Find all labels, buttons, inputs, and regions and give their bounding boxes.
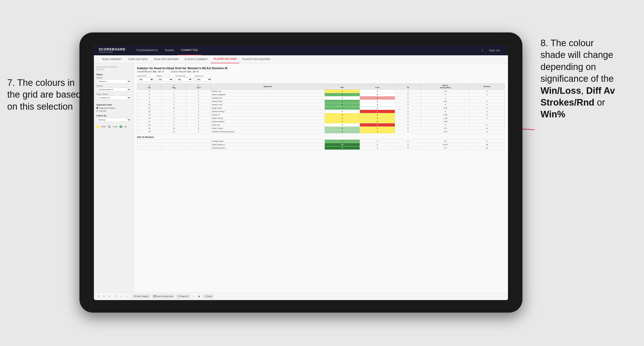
copy-btn[interactable]: 📋 (114, 295, 118, 298)
player-rank-select[interactable]: 8. Katelyn Vo (96, 96, 131, 100)
radio-opponents-played[interactable]: Opponents Played (96, 107, 131, 109)
sub-nav-player-h2h-heatmap[interactable]: PLAYER H2H HEATMAP (239, 55, 273, 63)
tablet-screen: SCOREBOARD Powered by clippd TOURNAMENTS… (94, 45, 508, 300)
table-row: 10 6 3 Andrea York 2 0 0 4 4 (137, 103, 504, 106)
th-win-loss-tie-group (325, 83, 421, 85)
sidebar-player-rank-label: Player (Rank) (96, 93, 131, 95)
division-record: Division Record: 331 - 34 - 6 (171, 70, 198, 73)
logo-area: SCOREBOARD Powered by clippd (99, 47, 126, 53)
watch-icon: 👁 (178, 295, 180, 297)
table-row: 14 7 4 Eunice Yi 2 2 0 0.38 9 (137, 113, 504, 116)
table-row: 15 8 5 Stella Cheng 1 1 0 1.25 4 (137, 116, 504, 120)
filters-row: Opponents: (All) Region (All) Conference (137, 75, 504, 82)
opponent-view-label: Opponent view (96, 104, 131, 106)
nav-pipe: | (482, 49, 483, 52)
nav-item-teams[interactable]: TEAMS (161, 45, 178, 55)
colour-by-select[interactable]: Win/loss (96, 118, 131, 122)
report-records: Overall Record: 353 - 34 - 6 Division Re… (137, 70, 504, 73)
toolbar-divider-1 (130, 294, 130, 298)
table-row: 13 1 1 Jessica Huang 0 1 0 -3 2 (137, 110, 504, 113)
radio-top100[interactable]: Top 100 (96, 110, 131, 112)
gender-select[interactable]: Women's (96, 79, 131, 83)
nav-item-committee[interactable]: COMMITTEE (178, 45, 202, 55)
logo-text: SCOREBOARD (99, 47, 126, 51)
view-icon: 👁 (134, 295, 136, 297)
sidebar-gender-label: Gender (96, 77, 131, 79)
opponents-filter-select[interactable]: (All) (137, 77, 154, 82)
tablet-device: SCOREBOARD Powered by clippd TOURNAMENTS… (80, 32, 522, 313)
overall-record: Overall Record: 353 - 34 - 6 (137, 70, 164, 73)
sub-nav-player-summary[interactable]: PLAYER SUMMARY (182, 55, 211, 63)
sidebar-timestamp: Last Updated: 27/03/2024 16:55:38 (96, 66, 131, 71)
top-nav: SCOREBOARD Powered by clippd TOURNAMENTS… (94, 45, 508, 55)
sign-out-link[interactable]: Sign out (486, 45, 503, 55)
sidebar-division-label: Division (96, 85, 131, 87)
sub-nav-team-h2h-heatmap[interactable]: TEAM H2H HEATMAP (150, 55, 182, 63)
toolbar-icon-2[interactable]: ▦ (197, 295, 201, 298)
watch-chevron: ▼ (186, 295, 188, 297)
th-div: #Div (137, 83, 162, 89)
colour-by-section: Colour by Win/loss (96, 114, 131, 123)
watch-btn[interactable]: 👁 Watch ▼ (176, 295, 190, 298)
th-diff: Diff AvStrokes/Rnd (421, 83, 469, 89)
undo-btn[interactable]: ↺ (97, 295, 100, 298)
table-row: 3 1 1 Esther Lee 1 0 1 1.5 4 (137, 89, 504, 93)
th-win: Win (325, 85, 360, 89)
out-of-division-table: Foreign Team 1 0 0 4.5 2 NAIA Division 1… (137, 140, 504, 150)
th-opponent: Opponent (211, 83, 324, 89)
opponent-view-section: Opponent view Opponents Played Top 100 (96, 104, 131, 112)
logo-sub: Powered by clippd (99, 51, 126, 53)
share-btn[interactable]: ⇧ Share (203, 295, 214, 298)
legend-dot-up (120, 125, 122, 128)
content-area: Last Updated: 27/03/2024 16:55:38 Player… (94, 63, 508, 292)
table-row: 5 2 2 Alexis Sudjianto 1 0 0 4 3 (137, 93, 504, 96)
report-title: Katelyn Vo Head-to-Head Grid for Women's… (137, 66, 504, 70)
table-row: 18 2 2 Euna Lee 0 1 0 -5 2 (137, 123, 504, 127)
save-icon: 💾 (154, 295, 156, 297)
radio-dot-top100 (96, 110, 98, 112)
th-loss: Loss (360, 85, 395, 89)
save-custom-btn[interactable]: 💾 Save Custom View (152, 295, 174, 298)
table-row: 19 10 6 Emily Chang 4 1 0 0.3 11 (137, 127, 504, 130)
colour-by-label: Colour by (96, 114, 131, 117)
sidebar-player-section: Player (96, 73, 131, 76)
th-reg: #Reg (162, 83, 186, 89)
out-of-division-header: Out of division (137, 136, 504, 139)
clock-btn[interactable]: ○ (125, 295, 128, 298)
main-content: Katelyn Vo Head-to-Head Grid for Women's… (134, 63, 508, 292)
opponent-filter-select[interactable]: (All) (195, 77, 212, 82)
table-row: 20 11 7 Federica Domecq Lacroze 2 1 0 1.… (137, 130, 504, 133)
filter-conference: Conference (All) (176, 75, 192, 82)
sub-nav-team-summary[interactable]: TEAM SUMMARY (99, 55, 125, 63)
division-select[interactable]: NCAA Division III (96, 88, 131, 92)
sidebar: Last Updated: 27/03/2024 16:55:38 Player… (94, 63, 134, 292)
share-icon: ⇧ (205, 295, 206, 297)
th-conf: #Conf (186, 83, 211, 89)
nav-right: | Sign out (482, 45, 503, 55)
table-row: 9 1 4 Sharon Mun 1 0 0 3.67 3 (137, 100, 504, 103)
table-row: 16 2 1 Jessica Mason 1 2 0 -0.94 (137, 120, 504, 123)
paste-btn[interactable]: ✄ (120, 295, 123, 298)
bottom-toolbar: ↺ ↻ ↺ 📋 ✄ ○ 👁 View: Original 💾 Save Cust… (94, 292, 508, 300)
sub-nav-player-h2h-grid[interactable]: PLAYER H2H GRID (211, 55, 240, 63)
undo2-btn[interactable]: ↺ (108, 295, 112, 298)
nav-item-tournaments[interactable]: TOURNAMENTS (133, 45, 161, 55)
table-row: 11 11 2 Heejo Hyun 1 0 0 3.33 3 (137, 106, 504, 110)
sub-nav-team-h2h-grid[interactable]: TEAM H2H GRID (125, 55, 150, 63)
region-filter-select[interactable]: (All) (156, 77, 173, 82)
redo-btn[interactable]: ↻ (102, 295, 106, 298)
legend-dot-down (96, 125, 99, 128)
ood-table-row: Foreign Team 1 0 0 4.5 2 (137, 140, 504, 143)
view-original-btn[interactable]: 👁 View: Original (132, 295, 150, 298)
filter-region: Region (All) (156, 75, 173, 82)
annotation-right: 8. The colour shade will change dependin… (540, 37, 637, 121)
filter-opponent: Opponent (All) (195, 75, 212, 82)
radio-dot-opponents (96, 107, 98, 109)
toolbar-icon-1[interactable]: □ (192, 295, 195, 298)
conference-filter-select[interactable]: (All) (176, 77, 192, 82)
th-tie: Tie (395, 85, 421, 89)
legend-row: Down Level Up (96, 125, 131, 128)
ood-table-row: NAIA Division 1 15 0 0 9.267 30 (137, 143, 504, 146)
legend-dot-level (108, 125, 111, 128)
filter-opponents: Opponents: (All) (137, 75, 154, 82)
